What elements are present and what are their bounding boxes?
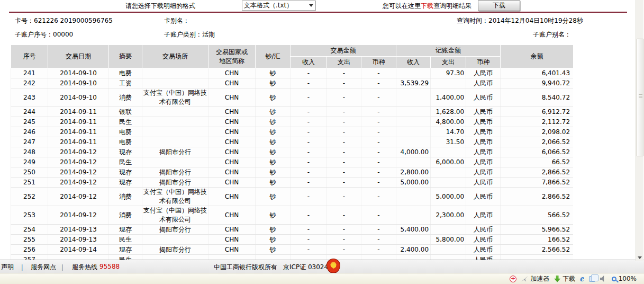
- cell-seq: 254: [11, 225, 48, 235]
- cell-dcur: [361, 255, 396, 260]
- subaccount-seq-value: 00000: [53, 31, 73, 38]
- cell-ain: [396, 88, 431, 107]
- cell-dcur: -: [361, 147, 396, 157]
- cell-cash: 钞: [256, 78, 291, 88]
- cell-country: CHN: [208, 137, 256, 147]
- cell-dout: -: [327, 157, 361, 167]
- cell-dcur: -: [361, 245, 396, 255]
- cell-acur: 人民币: [466, 188, 501, 206]
- cell-acur: 人民币: [466, 78, 501, 88]
- cell-ain: [396, 157, 431, 167]
- scrollbar-down-arrow[interactable]: [638, 256, 642, 259]
- vertical-scrollbar[interactable]: [636, 0, 643, 261]
- table-row: 2532014-09-12消费支付宝（中国）网络技术有限公司CHN钞---2,3…: [11, 206, 574, 225]
- header-acct-amount-group: 记账金额: [396, 45, 501, 57]
- cell-country: CHN: [208, 225, 256, 235]
- cell-acur: 人民币: [466, 235, 501, 245]
- footer-link-network[interactable]: 服务网点: [31, 263, 56, 272]
- cell-summary: 民生: [109, 255, 142, 260]
- table-row: 2412014-09-10电费CHN钞---97.30人民币6,401.43: [11, 68, 574, 78]
- cell-summary: 消费: [109, 206, 142, 225]
- cell-seq: 256: [11, 245, 48, 255]
- table-row: 2552014-09-13民生CHN钞---5,800.00人民币166.52: [11, 235, 574, 245]
- cell-country: CHN: [208, 88, 256, 107]
- cell-din: -: [291, 157, 327, 167]
- health-plus-icon[interactable]: +: [510, 276, 516, 282]
- scrollbar-grip: [639, 94, 642, 97]
- query-time-field: 查询时间：2014年12月04日10时19分28秒: [457, 16, 583, 25]
- cell-dcur: -: [361, 78, 396, 88]
- cell-cash: 钞: [256, 245, 291, 255]
- cell-summary: 银联: [109, 107, 142, 117]
- cell-cash: 钞: [256, 235, 291, 245]
- cell-aout: [431, 225, 466, 235]
- cell-dcur: -: [361, 178, 396, 188]
- cell-ain: [396, 188, 431, 206]
- cell-bal: 166.52: [501, 235, 573, 245]
- cell-place: [142, 255, 208, 260]
- cell-summary: 民生: [109, 157, 142, 167]
- format-dropdown[interactable]: 文本格式（.txt）: [242, 1, 316, 11]
- speaker-icon[interactable]: [600, 276, 607, 282]
- divider-line: [9, 12, 627, 13]
- cell-seq: 251: [11, 178, 48, 188]
- footer-link-hotline[interactable]: 服务热线: [72, 263, 97, 272]
- accelerator-item[interactable]: 加速器: [521, 274, 549, 283]
- table-row: 257民生人民币: [11, 255, 574, 260]
- cell-dcur: -: [361, 88, 396, 107]
- download-hint-link[interactable]: 下载: [421, 2, 433, 10]
- cell-date: 2014-09-12: [48, 157, 109, 167]
- cell-summary: 电费: [109, 127, 142, 137]
- cell-aout: [431, 245, 466, 255]
- table-row: 2542014-09-13现存揭阳市分行CHN钞---5,400.00人民币5,…: [11, 225, 574, 235]
- cell-bal: 2,098.02: [501, 127, 573, 137]
- cell-din: -: [291, 107, 327, 117]
- cell-date: 2014-09-12: [48, 206, 109, 225]
- cell-aout: [431, 147, 466, 157]
- cell-cash: 钞: [256, 107, 291, 117]
- cell-acur: 人民币: [466, 157, 501, 167]
- cell-country: CHN: [208, 78, 256, 88]
- zoom-control[interactable]: 100%: [612, 275, 637, 282]
- cell-country: CHN: [208, 206, 256, 225]
- subaccount-type-value: 活期: [202, 31, 215, 38]
- subaccount-type-field: 子账户类别：活期: [164, 30, 215, 39]
- scrollbar-thumb[interactable]: [637, 39, 643, 156]
- cell-place: 揭阳市分行: [142, 178, 208, 188]
- cell-country: CHN: [208, 127, 256, 137]
- accelerator-label: 加速器: [530, 274, 549, 283]
- table-row: 2482014-09-12现存揭阳市分行CHN钞---4,000.00人民币6,…: [11, 147, 574, 157]
- cell-country: CHN: [208, 167, 256, 178]
- cell-place: 揭阳市分行: [142, 167, 208, 178]
- table-row: 2502014-09-12现存揭阳市分行CHN钞---2,800.00人民币2,…: [11, 167, 574, 178]
- table-row: 2422014-09-10工资CHN钞---3,539.29人民币9,940.7…: [11, 78, 574, 88]
- download-manager-item[interactable]: 下载: [554, 274, 575, 283]
- header-acct-income: 收入: [396, 57, 431, 68]
- header-txn-amount-group: 交易金额: [291, 45, 396, 57]
- cell-place: [142, 157, 208, 167]
- cell-seq: 253: [11, 206, 48, 225]
- internet-explorer-icon[interactable]: e: [580, 275, 584, 282]
- chevron-down-icon: [309, 4, 313, 7]
- cell-date: 2014-09-11: [48, 137, 109, 147]
- cell-cash: 钞: [256, 117, 291, 127]
- header-country-line1: 交易国家或: [216, 48, 248, 56]
- cell-din: -: [291, 127, 327, 137]
- cell-acur: 人民币: [466, 245, 501, 255]
- download-button[interactable]: 下载: [478, 0, 520, 11]
- subaccount-alias-label: 子账户别名：: [533, 31, 571, 38]
- cell-aout: [431, 78, 466, 88]
- cell-din: [291, 255, 327, 260]
- subaccount-type-label: 子账户类别：: [164, 31, 202, 38]
- windows-pages-icon[interactable]: [589, 276, 595, 282]
- cell-cash: 钞: [256, 206, 291, 225]
- cell-seq: 249: [11, 157, 48, 167]
- footer-link-statement[interactable]: 声明: [1, 263, 14, 272]
- cell-aout: 5,800.00: [431, 235, 466, 245]
- cell-place: 揭阳市分行: [142, 245, 208, 255]
- cell-ain: 2,800.00: [396, 167, 431, 178]
- cell-summary: 工资: [109, 78, 142, 88]
- cell-summary: 现存: [109, 147, 142, 157]
- cell-date: 2014-09-14: [48, 245, 109, 255]
- transactions-body: 2412014-09-10电费CHN钞---97.30人民币6,401.4324…: [11, 68, 574, 260]
